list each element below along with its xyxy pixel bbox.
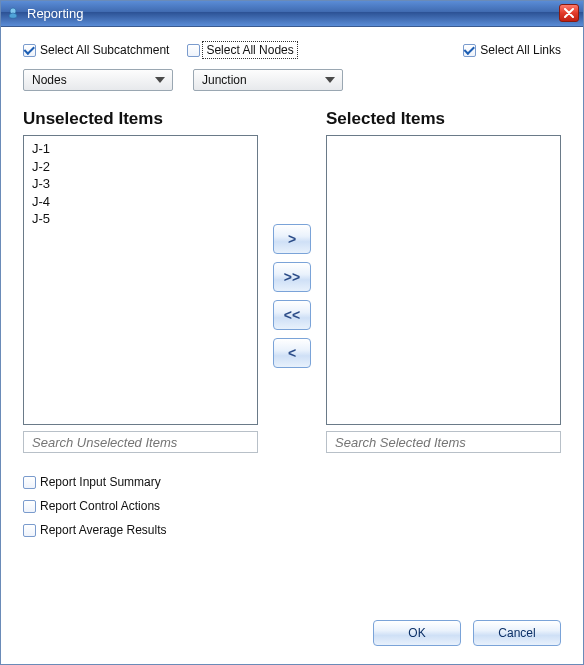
chevron-down-icon [322, 72, 338, 88]
unselected-column: Unselected Items J-1J-2J-3J-4J-5 [23, 109, 258, 453]
report-average-results-checkbox[interactable]: Report Average Results [23, 523, 561, 537]
move-right-button[interactable]: > [273, 224, 311, 254]
report-input-summary-checkbox[interactable]: Report Input Summary [23, 475, 561, 489]
list-item[interactable]: J-3 [32, 175, 249, 193]
reporting-dialog: Reporting Select All Subcatchment Select… [0, 0, 584, 665]
checkbox-icon [463, 44, 476, 57]
chevron-down-icon [152, 72, 168, 88]
move-left-button[interactable]: < [273, 338, 311, 368]
move-all-left-button[interactable]: << [273, 300, 311, 330]
checkbox-icon [23, 476, 36, 489]
lists-area: Unselected Items J-1J-2J-3J-4J-5 > >> <<… [23, 109, 561, 453]
list-item[interactable]: J-5 [32, 210, 249, 228]
category-dropdown[interactable]: Nodes [23, 69, 173, 91]
titlebar: Reporting [1, 1, 583, 27]
select-all-links-checkbox[interactable]: Select All Links [463, 43, 561, 57]
select-all-row: Select All Subcatchment Select All Nodes… [23, 43, 561, 57]
dropdown-row: Nodes Junction [23, 69, 561, 91]
dropdown-value: Nodes [32, 73, 67, 87]
dialog-body: Select All Subcatchment Select All Nodes… [1, 27, 583, 664]
close-button[interactable] [559, 4, 579, 22]
subtype-dropdown[interactable]: Junction [193, 69, 343, 91]
checkbox-icon [23, 500, 36, 513]
unselected-search[interactable] [23, 431, 258, 453]
selected-header: Selected Items [326, 109, 561, 129]
select-all-nodes-checkbox[interactable]: Select All Nodes [187, 43, 295, 57]
checkbox-label: Select All Subcatchment [40, 43, 169, 57]
checkbox-label: Report Average Results [40, 523, 167, 537]
checkbox-label: Report Control Actions [40, 499, 160, 513]
list-item[interactable]: J-1 [32, 140, 249, 158]
ok-button[interactable]: OK [373, 620, 461, 646]
checkbox-icon [23, 44, 36, 57]
unselected-listbox[interactable]: J-1J-2J-3J-4J-5 [23, 135, 258, 425]
checkbox-label: Report Input Summary [40, 475, 161, 489]
cancel-button[interactable]: Cancel [473, 620, 561, 646]
window-title: Reporting [27, 6, 83, 21]
list-item[interactable]: J-4 [32, 193, 249, 211]
report-options: Report Input Summary Report Control Acti… [23, 475, 561, 537]
checkbox-icon [23, 524, 36, 537]
selected-listbox[interactable] [326, 135, 561, 425]
app-icon [5, 6, 21, 22]
report-control-actions-checkbox[interactable]: Report Control Actions [23, 499, 561, 513]
dropdown-value: Junction [202, 73, 247, 87]
select-all-subcatchment-checkbox[interactable]: Select All Subcatchment [23, 43, 169, 57]
unselected-header: Unselected Items [23, 109, 258, 129]
selected-search[interactable] [326, 431, 561, 453]
checkbox-icon [187, 44, 200, 57]
move-buttons-column: > >> << < [270, 109, 314, 453]
dialog-footer: OK Cancel [23, 602, 561, 646]
selected-column: Selected Items [326, 109, 561, 453]
move-all-right-button[interactable]: >> [273, 262, 311, 292]
list-item[interactable]: J-2 [32, 158, 249, 176]
selected-search-input[interactable] [333, 434, 554, 451]
checkbox-label: Select All Links [480, 43, 561, 57]
checkbox-label: Select All Nodes [204, 43, 295, 57]
unselected-search-input[interactable] [30, 434, 251, 451]
